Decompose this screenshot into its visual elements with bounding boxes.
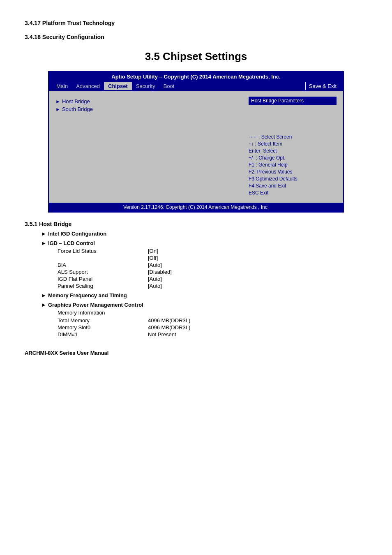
- help-f1: F1 : General Help: [249, 162, 337, 168]
- section-317: 3.4.17 Platform Trust Technology: [25, 20, 367, 26]
- param-igd-flat: IGD Flat Panel [Auto]: [58, 276, 263, 282]
- bios-container: Aptio Setup Utility – Copyright (C) 2014…: [48, 71, 344, 213]
- param-pannel-scaling: Pannel Scaling [Auto]: [58, 283, 263, 289]
- nav-chipset[interactable]: Chipset: [104, 82, 132, 90]
- menu-south-bridge[interactable]: ► South Bridge: [55, 106, 242, 112]
- nav-security[interactable]: Security: [132, 82, 159, 90]
- nav-main[interactable]: Main: [52, 82, 72, 90]
- host-bridge-section-title: 3.5.1 Host Bridge: [25, 221, 367, 227]
- mem-freq-label: Memory Frequency and Timing: [48, 292, 127, 298]
- host-bridge-label: Host Bridge: [62, 98, 90, 104]
- param-als: ALS Support [Disabled]: [58, 269, 263, 275]
- nav-advanced[interactable]: Advanced: [72, 82, 104, 90]
- param-bia: BIA [Auto]: [58, 262, 263, 268]
- help-f2: F2: Previous Values: [249, 169, 337, 175]
- intel-igd-label: Intel IGD Configuration: [48, 231, 106, 237]
- param-pannel-scaling-name: Pannel Scaling: [58, 283, 140, 289]
- host-bridge-arrow: ►: [55, 99, 60, 104]
- bios-right-panel: Host Bridge Parameters →←: Select Screen…: [245, 94, 340, 199]
- param-force-lid-off: [Off]: [58, 255, 263, 261]
- bios-left-panel: ► Host Bridge ► South Bridge: [52, 94, 245, 199]
- param-dimm1-name: DIMM#1: [58, 331, 140, 338]
- param-force-lid-name: Force Lid Status: [58, 248, 140, 254]
- mem-freq-arrow: ►: [41, 292, 46, 298]
- param-memory-slot0-name: Memory Slot0: [58, 324, 140, 331]
- param-igd-flat-value: [Auto]: [148, 276, 162, 282]
- memory-freq-timing: ► Memory Frequency and Timing: [41, 292, 367, 298]
- param-force-lid-value: [On]: [148, 248, 158, 254]
- menu-host-bridge[interactable]: ► Host Bridge: [55, 98, 242, 104]
- param-force-lid-off-name: [58, 255, 140, 261]
- igd-lcd-params: Force Lid Status [On] [Off] BIA [Auto] A…: [58, 248, 263, 289]
- host-bridge-section: 3.5.1 Host Bridge ► Intel IGD Configurat…: [25, 221, 367, 338]
- param-memory-slot0-value: 4096 MB(DDR3L): [148, 324, 190, 331]
- help-enter-select: Enter: Select: [249, 148, 337, 154]
- igd-lcd-label: IGD – LCD Control: [48, 240, 95, 246]
- graphics-power-label: Graphics Power Management Control: [48, 302, 143, 308]
- igd-lcd-control: ► IGD – LCD Control: [41, 240, 367, 246]
- bios-body: ► Host Bridge ► South Bridge Host Bridge…: [49, 91, 343, 203]
- intel-igd-arrow: ►: [41, 231, 46, 237]
- igd-lcd-arrow: ►: [41, 240, 46, 246]
- param-memory-slot0: Memory Slot0 4096 MB(DDR3L): [58, 324, 263, 331]
- memory-info-label: Memory Information: [58, 310, 367, 316]
- chapter-title: 3.5 Chipset Settings: [25, 50, 367, 63]
- graphics-power-mgmt: ► Graphics Power Management Control: [41, 302, 367, 308]
- param-bia-value: [Auto]: [148, 262, 162, 268]
- param-als-value: [Disabled]: [148, 269, 172, 275]
- memory-info-params: Total Memory 4096 MB(DDR3L) Memory Slot0…: [58, 317, 263, 338]
- param-als-name: ALS Support: [58, 269, 140, 275]
- help-select-item: ↑↓ : Select Item: [249, 141, 337, 147]
- param-total-memory: Total Memory 4096 MB(DDR3L): [58, 317, 263, 324]
- param-pannel-scaling-value: [Auto]: [148, 283, 162, 289]
- page-footer: ARCHMI-8XX Series User Manual: [25, 350, 367, 356]
- section-318: 3.4.18 Security Configuration: [25, 34, 367, 40]
- bios-footer: Version 2.17.1246. Copyright (C) 2014 Am…: [49, 203, 343, 212]
- south-bridge-arrow: ►: [55, 106, 60, 112]
- param-dimm1: DIMM#1 Not Present: [58, 331, 263, 338]
- help-select-screen: →←: Select Screen: [249, 134, 337, 140]
- param-bia-name: BIA: [58, 262, 140, 268]
- bios-title-bar: Aptio Setup Utility – Copyright (C) 2014…: [49, 72, 343, 81]
- help-f4: F4:Save and Exit: [249, 183, 337, 189]
- south-bridge-label: South Bridge: [62, 106, 93, 112]
- bios-right-header: Host Bridge Parameters: [249, 97, 337, 105]
- intel-igd-config: ► Intel IGD Configuration: [41, 231, 367, 237]
- param-dimm1-value: Not Present: [148, 331, 176, 338]
- param-igd-flat-name: IGD Flat Panel: [58, 276, 140, 282]
- nav-save-exit[interactable]: Save & Exit: [305, 82, 340, 90]
- param-total-memory-name: Total Memory: [58, 317, 140, 324]
- param-total-memory-value: 4096 MB(DDR3L): [148, 317, 190, 324]
- param-force-lid: Force Lid Status [On]: [58, 248, 263, 254]
- help-f3: F3:Optimized Defaults: [249, 176, 337, 182]
- bios-nav-bar: Main Advanced Chipset Security Boot Save…: [49, 81, 343, 91]
- help-esc: ESC Exit: [249, 190, 337, 196]
- param-force-lid-off-value: [Off]: [148, 255, 158, 261]
- nav-boot[interactable]: Boot: [159, 82, 179, 90]
- graphics-power-arrow: ►: [41, 302, 46, 308]
- help-charge-opt: +/- : Charge Opt.: [249, 155, 337, 161]
